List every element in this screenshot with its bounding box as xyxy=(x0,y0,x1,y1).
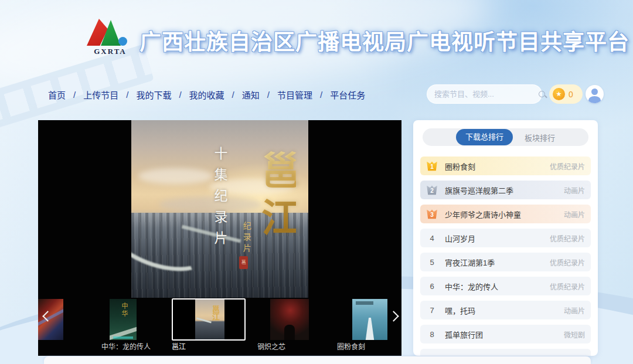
nav-item-program-management[interactable]: 节目管理 xyxy=(277,89,312,101)
rank-category: 动画片 xyxy=(564,305,585,315)
site-logo[interactable]: GXRTA xyxy=(86,18,135,56)
nav-item-upload[interactable]: 上传节目 xyxy=(83,89,118,101)
gold-crown-icon: 1 xyxy=(426,161,438,172)
rank-category: 动画片 xyxy=(564,185,585,195)
poster-title-calligraphy: 邕江 xyxy=(257,151,296,244)
ranking-panel: 下载总排行 板块排行 1 圈粉食刻 优质纪录片 2 旗旗号巡洋舰第二季 动画片 xyxy=(413,120,598,356)
rank-title: 宵夜江湖第1季 xyxy=(445,257,550,268)
rank-title: 圈粉食刻 xyxy=(445,161,550,172)
carousel-prev-icon[interactable] xyxy=(42,309,52,326)
background-glow xyxy=(328,0,633,141)
rank-row-7[interactable]: 7 嘿，托玛 动画片 xyxy=(420,301,591,319)
rank-number: 6 xyxy=(426,282,438,291)
tab-download-ranking[interactable]: 下载总排行 xyxy=(456,129,513,145)
rank-row-9-clipped[interactable]: 9 xyxy=(420,349,591,356)
rank-title: 山河岁月 xyxy=(445,233,550,244)
rank-title: 中华：龙的传人 xyxy=(445,281,550,292)
search-icon[interactable] xyxy=(537,90,547,99)
logo-blue-dot xyxy=(118,37,127,46)
logo-text: GXRTA xyxy=(83,47,137,56)
thumbnail-zhonghua[interactable]: 中华 xyxy=(110,299,137,340)
coin-badge[interactable]: ★ 0 xyxy=(549,84,583,104)
nav-item-downloads[interactable]: 我的下载 xyxy=(136,89,171,101)
main-nav: 首页 / 上传节目 / 我的下载 / 我的收藏 / 通知 / 节目管理 / 平台… xyxy=(48,89,365,101)
nav-separator: / xyxy=(126,90,128,100)
nav-separator: / xyxy=(320,90,322,100)
thumbnail-steel-core[interactable] xyxy=(270,299,309,340)
coin-count: 0 xyxy=(569,90,573,99)
nav-separator: / xyxy=(232,90,234,100)
tab-section-ranking[interactable]: 板块排行 xyxy=(525,132,555,143)
nav-item-platform-tasks[interactable]: 平台任务 xyxy=(330,89,365,101)
user-avatar[interactable] xyxy=(586,85,604,103)
ranking-list: 1 圈粉食刻 优质纪录片 2 旗旗号巡洋舰第二季 动画片 3 少年师爷之唐诗小神… xyxy=(420,157,591,356)
rank-title: 旗旗号巡洋舰第二季 xyxy=(445,185,564,196)
search-box xyxy=(427,84,542,104)
hero-carousel: 十集纪录片 邕江 纪录片 邕 中华 邕江 中华：龙的传人 邕江 xyxy=(38,120,401,356)
rank-category: 优质纪录片 xyxy=(550,233,585,243)
silver-crown-icon: 2 xyxy=(426,185,438,196)
rank-number: 4 xyxy=(426,234,438,243)
rank-title: 孤单旅行团 xyxy=(445,329,564,340)
rank-category: 优质纪录片 xyxy=(550,161,585,171)
rank-number: 7 xyxy=(426,306,438,315)
ranking-tabbar: 下载总排行 板块排行 xyxy=(423,128,588,146)
thumbnail-label[interactable]: 中华：龙的传人 xyxy=(91,341,161,351)
rank-number: 9 xyxy=(426,354,438,356)
rank-row-1[interactable]: 1 圈粉食刻 优质纪录片 xyxy=(420,157,591,175)
carousel-main-slide[interactable]: 十集纪录片 邕江 纪录片 邕 xyxy=(131,120,308,298)
poster-episodes-text: 十集纪录片 xyxy=(209,147,229,252)
footer-card xyxy=(44,356,591,364)
rank-title: 嘿，托玛 xyxy=(445,305,564,316)
page-title: 广西壮族自治区广播电视局广电视听节目共享平台 xyxy=(139,25,629,56)
thumbnail-quanfen[interactable] xyxy=(352,299,387,340)
rank-number: 5 xyxy=(426,258,438,267)
nav-separator: / xyxy=(267,90,270,100)
poster-red-seal: 邕 xyxy=(239,256,248,269)
nav-item-home[interactable]: 首页 xyxy=(48,89,66,101)
bronze-crown-icon: 3 xyxy=(426,209,438,220)
rank-category: 优质纪录片 xyxy=(550,281,585,291)
poster-subtitle: 纪录片 xyxy=(240,222,252,255)
nav-item-favorites[interactable]: 我的收藏 xyxy=(189,89,224,101)
rank-row-8[interactable]: 8 孤单旅行团 微短剧 xyxy=(420,325,591,343)
thumbnail-yongjiang-selected[interactable]: 邕江 xyxy=(172,298,246,341)
rank-title: 少年师爷之唐诗小神童 xyxy=(445,209,564,220)
rank-row-6[interactable]: 6 中华：龙的传人 优质纪录片 xyxy=(420,277,591,295)
rank-category: 优质纪录片 xyxy=(550,257,585,267)
rank-category: 微短剧 xyxy=(564,329,585,339)
rank-row-4[interactable]: 4 山河岁月 优质纪录片 xyxy=(420,229,591,247)
thumbnail-label[interactable]: 圈粉食刻 xyxy=(328,341,375,351)
rank-number: 8 xyxy=(426,330,438,339)
avatar-icon xyxy=(591,89,598,95)
carousel-next-icon[interactable] xyxy=(387,309,398,326)
coin-icon: ★ xyxy=(553,88,565,100)
rank-row-2[interactable]: 2 旗旗号巡洋舰第二季 动画片 xyxy=(420,181,591,199)
thumbnail-label-selected[interactable]: 邕江 xyxy=(172,341,205,351)
rank-row-3[interactable]: 3 少年师爷之唐诗小神童 动画片 xyxy=(420,205,591,223)
search-input[interactable] xyxy=(434,90,537,98)
page: GXRTA 广西壮族自治区广播电视局广电视听节目共享平台 首页 / 上传节目 /… xyxy=(0,0,633,364)
thumbnail-label[interactable]: 钢炽之芯 xyxy=(247,341,296,351)
rank-category: 动画片 xyxy=(564,209,585,219)
nav-separator: / xyxy=(179,90,181,100)
nav-separator: / xyxy=(73,90,76,100)
film-strip-icon xyxy=(0,45,154,132)
rank-row-5[interactable]: 5 宵夜江湖第1季 优质纪录片 xyxy=(420,253,591,271)
nav-item-notifications[interactable]: 通知 xyxy=(242,89,260,101)
